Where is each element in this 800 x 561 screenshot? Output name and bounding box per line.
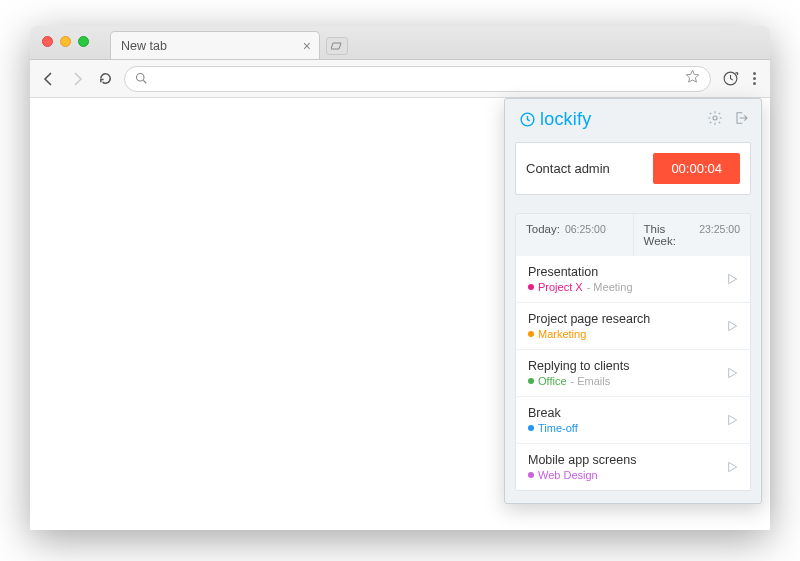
timer-description[interactable]: Contact admin — [526, 161, 610, 176]
back-button[interactable] — [40, 71, 58, 87]
entry-title: Mobile app screens — [528, 453, 636, 467]
entry-tag: - Emails — [571, 375, 611, 387]
project-color-dot — [528, 472, 534, 478]
summary-week: This Week: 23:25:00 — [633, 214, 751, 256]
current-timer: Contact admin 00:00:04 — [515, 142, 751, 195]
tab-title: New tab — [121, 39, 167, 53]
forward-button[interactable] — [68, 71, 86, 87]
entry-project: Marketing — [538, 328, 586, 340]
entry-title: Break — [528, 406, 578, 420]
clockify-extension-icon[interactable] — [721, 70, 739, 88]
entry-title: Project page research — [528, 312, 650, 326]
play-icon[interactable] — [724, 318, 740, 334]
project-color-dot — [528, 378, 534, 384]
stop-timer-button[interactable]: 00:00:04 — [653, 153, 740, 184]
svg-point-0 — [137, 73, 145, 81]
play-icon[interactable] — [724, 459, 740, 475]
time-entry[interactable]: PresentationProject X - Meeting — [516, 256, 750, 302]
browser-tab[interactable]: New tab × — [110, 31, 320, 59]
search-icon — [135, 70, 147, 88]
clockify-popup: lockify Contact admin 00:00:04 — [504, 98, 762, 504]
entry-project: Project X — [538, 281, 583, 293]
play-icon[interactable] — [724, 412, 740, 428]
minimize-window-button[interactable] — [60, 36, 71, 47]
entry-project: Web Design — [538, 469, 598, 481]
new-tab-button[interactable] — [326, 37, 348, 55]
time-entry[interactable]: Replying to clientsOffice - Emails — [516, 349, 750, 396]
logout-icon[interactable] — [733, 110, 749, 130]
entry-title: Replying to clients — [528, 359, 629, 373]
entry-project: Time-off — [538, 422, 578, 434]
timer-elapsed: 00:00:04 — [671, 161, 722, 176]
entry-title: Presentation — [528, 265, 633, 279]
bookmark-star-icon[interactable] — [685, 69, 700, 88]
close-window-button[interactable] — [42, 36, 53, 47]
time-entry[interactable]: Project page researchMarketing — [516, 302, 750, 349]
project-color-dot — [528, 331, 534, 337]
maximize-window-button[interactable] — [78, 36, 89, 47]
project-color-dot — [528, 425, 534, 431]
time-entry[interactable]: Mobile app screensWeb Design — [516, 443, 750, 490]
page-content: lockify Contact admin 00:00:04 — [30, 98, 770, 530]
summary-today-label: Today: — [526, 223, 560, 235]
summary-week-value: 23:25:00 — [699, 223, 740, 235]
time-entry[interactable]: BreakTime-off — [516, 396, 750, 443]
logo-text: lockify — [540, 109, 591, 130]
toolbar — [30, 60, 770, 98]
clockify-logo: lockify — [519, 109, 591, 130]
tab-close-icon[interactable]: × — [303, 38, 311, 54]
titlebar: New tab × — [30, 26, 770, 60]
svg-line-1 — [143, 80, 146, 83]
settings-gear-icon[interactable] — [707, 110, 723, 130]
summary-today-value: 06:25:00 — [565, 223, 606, 235]
entry-tag: - Meeting — [587, 281, 633, 293]
time-summary: Today: 06:25:00 This Week: 23:25:00 — [515, 213, 751, 256]
popup-header: lockify — [505, 99, 761, 138]
project-color-dot — [528, 284, 534, 290]
svg-point-4 — [713, 116, 717, 120]
window-controls — [42, 36, 89, 47]
play-icon[interactable] — [724, 365, 740, 381]
reload-button[interactable] — [96, 71, 114, 86]
summary-today: Today: 06:25:00 — [516, 214, 633, 256]
browser-window: New tab × — [30, 26, 770, 530]
browser-menu-button[interactable] — [749, 72, 760, 85]
entry-project: Office — [538, 375, 567, 387]
summary-week-label: This Week: — [644, 223, 695, 247]
time-entries-list: PresentationProject X - MeetingProject p… — [515, 256, 751, 491]
play-icon[interactable] — [724, 271, 740, 287]
address-bar[interactable] — [124, 66, 711, 92]
